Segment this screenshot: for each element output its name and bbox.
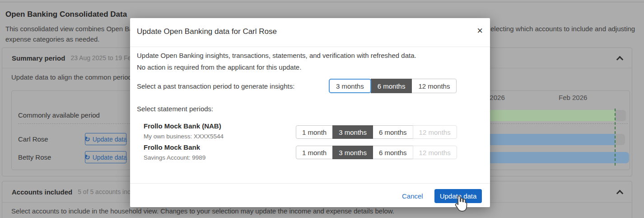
refresh-icon: ↻	[84, 154, 90, 161]
person-name-betty: Betty Rose	[18, 153, 51, 161]
intro-text-right: electing which accounts to include and a…	[490, 25, 635, 33]
statement-periods-label: Select statement periods:	[137, 105, 213, 113]
update-data-outline-button-betty[interactable]: ↻ Update data	[85, 151, 126, 163]
intro-text-line2: expense categories as needed.	[5, 35, 99, 43]
refresh-icon: ↻	[84, 136, 90, 142]
update-data-outline-label: Update data	[93, 136, 127, 143]
transaction-option-12-months[interactable]: 12 months	[411, 79, 457, 93]
page-top-divider	[0, 2, 644, 2]
transaction-period-segmented-control: 3 months 6 months 12 months	[329, 79, 457, 93]
modal-body-line2: No action is required from the applicant…	[137, 63, 301, 71]
modal-footer-divider	[130, 183, 490, 184]
statement-option-nab-6-months[interactable]: 6 months	[373, 125, 413, 139]
summary-period-title: Summary period	[12, 54, 65, 62]
statement-option-savings-3-months[interactable]: 3 months	[332, 146, 373, 159]
accounts-included-description: Select accounts to include in the househ…	[11, 207, 394, 215]
statement-option-nab-1-month[interactable]: 1 month	[296, 125, 333, 139]
statement-option-nab-3-months[interactable]: 3 months	[332, 125, 373, 139]
statement-option-savings-12-months[interactable]: 12 months	[413, 146, 457, 159]
bank-account-detail-nab: My own business: XXXX5544	[144, 133, 224, 140]
statement-period-segmented-control-savings: 1 month 3 months 6 months 12 months	[296, 146, 457, 159]
update-data-outline-button-carl[interactable]: ↻ Update data	[85, 133, 126, 145]
transaction-option-6-months[interactable]: 6 months	[371, 79, 412, 93]
common-period-bar-extension	[615, 110, 626, 121]
statement-option-nab-12-months[interactable]: 12 months	[413, 125, 457, 139]
chevron-up-icon[interactable]	[616, 56, 624, 63]
statement-option-savings-1-month[interactable]: 1 month	[296, 146, 333, 159]
bank-name-savings: Frollo Mock Bank	[144, 143, 200, 151]
bank-name-nab: Frollo Mock Bank (NAB)	[144, 122, 221, 130]
update-data-modal: Update Open Banking data for Carl Rose ×…	[130, 18, 490, 207]
person-name-carl: Carl Rose	[18, 135, 48, 143]
transaction-period-label: Select a past transaction period to gene…	[137, 82, 294, 90]
summary-description: Update data to align the common period	[11, 73, 132, 81]
person-bar-carl-extension	[615, 134, 625, 145]
modal-header-divider	[130, 47, 490, 47]
statement-option-savings-6-months[interactable]: 6 months	[373, 146, 413, 159]
update-data-outline-label: Update data	[93, 154, 127, 161]
common-period-label: Commonly available period	[18, 111, 100, 119]
intro-text-left: This consolidated view combines Open Ba	[5, 25, 133, 33]
month-label-feb: Feb 2026	[559, 94, 587, 101]
period-end-line	[615, 109, 616, 166]
bank-account-detail-savings: Savings Account: 9989	[144, 154, 205, 161]
chevron-up-icon[interactable]	[616, 190, 624, 197]
modal-body-line1: Update Open Banking insights, transactio…	[137, 52, 416, 59]
cancel-button[interactable]: Cancel	[402, 192, 423, 200]
page-title: Open Banking Consolidated Data	[5, 10, 127, 19]
accounts-included-title: Accounts included	[12, 188, 72, 196]
update-data-button[interactable]: Update data	[434, 189, 482, 203]
modal-title: Update Open Banking data for Carl Rose	[137, 27, 277, 36]
transaction-option-3-months[interactable]: 3 months	[329, 79, 371, 93]
close-icon[interactable]: ×	[477, 26, 483, 36]
statement-period-segmented-control-nab: 1 month 3 months 6 months 12 months	[296, 125, 457, 139]
